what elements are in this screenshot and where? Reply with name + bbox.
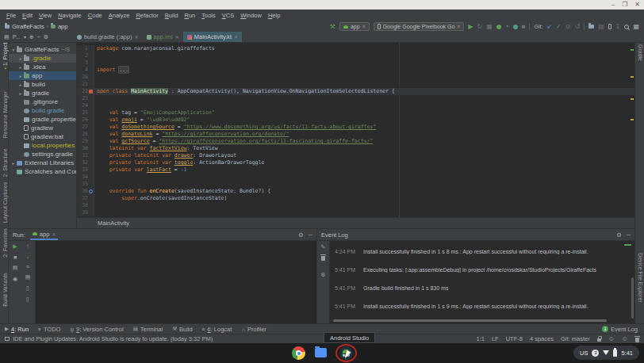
soft-wrap-button[interactable]: ≡ [26,264,29,269]
feedback-smiley-icon[interactable]: ☺ [622,336,628,342]
window-restore-button[interactable]: ❐ [622,2,627,8]
status-message[interactable]: IDE and Plugin Updates: Android Studio i… [13,335,213,342]
clear-log-trash-icon[interactable] [321,256,325,261]
line-number[interactable]: 31 [77,152,94,159]
tree-item-scratches-and-consoles[interactable]: Scratches and Consoles [9,167,76,176]
toolwindow-button-terminal[interactable]: ▤Terminal [133,326,163,333]
close-icon[interactable]: ✕ [52,231,56,237]
up-stack-button[interactable]: ↑ [26,243,29,249]
indent-setting[interactable]: 4 spaces [530,335,554,342]
tree-item-app[interactable]: ▸app [9,71,76,80]
line-number[interactable]: 29 [77,138,94,145]
git-branch[interactable]: Git: master [561,335,590,342]
readonly-lock-icon[interactable] [597,338,601,342]
git-history-button[interactable]: ⊙ [565,24,571,30]
tree-item-settings-gradle[interactable]: settings.gradle [9,150,76,159]
event-log-settings-gear-icon[interactable]: ⚙ [616,231,622,239]
tree-item-idea[interactable]: ▸.idea [9,63,76,71]
code-line[interactable]: 27 val doSomethingSource = "https://www.… [77,124,634,131]
chrome-app-icon[interactable] [292,346,305,360]
toolstrip-device-file-explorer[interactable]: Device File Explorer [638,231,643,326]
line-number[interactable]: 4 [77,67,94,74]
menu-navigate[interactable]: Navigate [55,10,85,21]
editor-tab-build-gradle-app[interactable]: build.gradle (:app)✕ [73,32,143,42]
clear-button[interactable]: ▯ [26,296,29,303]
tree-item-giraffefacts[interactable]: ▾GiraffeFacts~/S [9,45,76,54]
code-line[interactable]: 37 super.onCreate(savedInstanceState) [77,195,634,202]
tree-item-gitignore[interactable]: .gitignore [9,97,76,106]
emulator-button[interactable]: ▤ [598,24,604,30]
code-line[interactable]: 3 [77,59,634,67]
build-hammer-icon[interactable]: ⚒ [330,24,335,30]
tree-item-build-gradle[interactable]: build.gradle [9,106,76,115]
log-settings-wrench-icon[interactable]: ⚙ [320,272,325,278]
menu-build[interactable]: Build [162,10,182,21]
line-number[interactable]: 27 [77,124,94,131]
event-log-minimize-icon[interactable]: ─ [627,231,631,239]
line-number[interactable]: 25 [77,109,94,117]
device-manager-button[interactable] [608,24,611,29]
editor-tab-app-iml[interactable]: app.iml✕ [143,32,183,42]
code-line[interactable]: 21 [77,81,634,88]
menu-view[interactable]: View [36,10,55,21]
menu-window[interactable]: Window [237,10,265,21]
project-structure-button[interactable] [588,25,594,29]
menu-refactor[interactable]: Refactor [132,10,161,21]
profile-button[interactable]: ◔ [505,24,509,30]
line-number[interactable]: 30 [77,145,94,152]
run-minimize-icon[interactable]: ─ [309,231,312,239]
tree-right-arrow-icon[interactable]: ▸ [17,74,24,78]
code-line[interactable]: 34 [77,174,634,181]
event-log-badge[interactable]: 1 Event Log [602,326,638,333]
toolwindow-button-4-run[interactable]: ▶4: Run [5,326,29,333]
git-update-button[interactable]: ↙ [546,24,552,30]
code-line[interactable]: 32 private lateinit var toggle: ActionBa… [77,159,634,166]
scroll-to-end-button[interactable]: ▤ [25,274,31,281]
line-number[interactable]: 21 [77,81,94,88]
tree-item-gradle-properties[interactable]: gradle.properties [9,115,76,124]
code-line[interactable]: 26 val emoji = "\ud83e\udd92" [77,117,634,124]
breadcrumb-project[interactable]: GiraffeFacts [12,23,44,30]
code-line[interactable]: 23 [77,95,634,102]
coverage-button[interactable]: ▦ [486,24,493,30]
restore-layout-button[interactable]: ▤ [13,265,18,271]
code-line[interactable]: 30 lateinit var factTextView: TextView [77,145,634,152]
line-number[interactable]: 20 [77,74,94,81]
code-line[interactable]: 39 [77,209,634,216]
line-number[interactable]: 23 [77,95,94,102]
class-gutter-icon[interactable] [89,90,93,94]
close-tab-icon[interactable]: ✕ [175,34,179,40]
code-line[interactable]: 33 private var lastFact = -1 [77,166,634,174]
tree-item-gradle[interactable]: ▸.gradle [9,54,76,63]
line-number[interactable]: 3 [77,59,94,67]
tree-down-arrow-icon[interactable]: ▾ [10,48,17,52]
editor-tab-mainactivity-kt[interactable]: MainActivity.kt✕ [183,32,242,42]
menu-run[interactable]: Run [182,10,199,21]
line-number[interactable]: 26 [77,117,94,124]
toolwindow-button-profiler[interactable]: ∩Profiler [241,326,266,333]
pane-settings-button[interactable]: ⚙ [44,34,48,40]
edit-icon[interactable]: ✎ [321,244,326,250]
code-line[interactable]: 29 val gcfSource = "https://giraffeconse… [77,138,634,145]
toolwindow-button-9-version-control[interactable]: ψ9: Version Control [70,326,123,333]
toolstrip-gradle[interactable]: Gradle [638,6,643,101]
run-button[interactable]: ▶ [468,24,473,30]
menu-code[interactable]: Code [85,10,105,21]
profiler-button[interactable] [513,25,518,29]
caret-position[interactable]: 1:1 [476,335,484,342]
tree-item-gradle[interactable]: ▸gradle [9,89,76,97]
code-line[interactable]: 38 [77,202,634,209]
code-line[interactable]: 36 override fun onCreate(savedInstanceSt… [77,188,634,195]
code-line[interactable]: 22open class MainActivity : AppCompatAct… [77,88,634,95]
dropzone-icon[interactable] [635,338,639,342]
line-number[interactable]: 38 [77,202,94,209]
system-tray[interactable]: US 3 5:41 [573,346,639,360]
line-number[interactable]: 32 [77,159,94,166]
locate-file-button[interactable]: ⊕ [29,34,34,40]
code-line[interactable]: 20 [77,74,634,81]
line-number[interactable]: 37 [77,195,94,202]
debug-button[interactable] [496,25,501,29]
override-gutter-icon[interactable] [89,189,93,193]
feedback-smiley-icon[interactable]: ☺ [608,336,615,342]
close-tab-icon[interactable]: ✕ [234,34,238,40]
